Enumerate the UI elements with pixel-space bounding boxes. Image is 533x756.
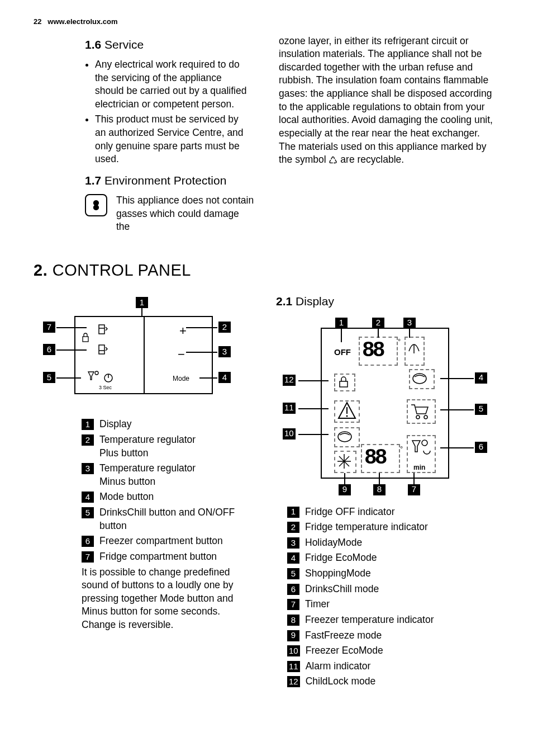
panel-leg-1: Display: [99, 418, 251, 431]
fridge-temp-seg: 88: [362, 336, 383, 365]
d-callout-9: 9: [339, 484, 351, 495]
page-number: 22: [34, 17, 41, 26]
secnum-2: 2.: [34, 261, 47, 279]
svg-point-20: [422, 440, 427, 446]
panel-legend-row: 7Fridge compartment button: [82, 550, 251, 564]
plus-symbol: +: [179, 323, 187, 339]
heading-1-7: 1.7 Environment Protection: [85, 173, 254, 188]
d-callout-10: 10: [283, 428, 296, 440]
callout-7: 7: [43, 322, 55, 333]
svg-point-14: [424, 415, 427, 419]
page-header: 22 www.electrolux.com: [34, 17, 499, 27]
header-url: www.electrolux.com: [47, 17, 117, 26]
panel-legend-row: 6Freezer compartment button: [82, 535, 251, 548]
display-legend: 1Fridge OFF indicator 2Fridge temperatur…: [287, 505, 499, 689]
d-callout-4: 4: [475, 372, 487, 384]
d-callout-2: 2: [372, 318, 384, 329]
fridge-icon: [96, 324, 108, 339]
svg-point-13: [416, 415, 420, 419]
panel-legend-row: 3Temperature regulator Minus button: [82, 462, 251, 488]
min-label: min: [413, 463, 425, 472]
display-legend-row: 11Alarm indicator: [287, 660, 499, 673]
drinkschill-icon: [87, 370, 101, 385]
display-legend-row: 12ChildLock mode: [287, 675, 499, 688]
d-callout-3: 3: [403, 318, 416, 329]
d-callout-1: 1: [335, 318, 348, 329]
panel-leg-7: Fridge compartment button: [99, 550, 251, 564]
env-text-right: ozone layer, in either its refrigerant c…: [279, 35, 499, 168]
d-callout-8: 8: [373, 484, 386, 495]
childlock-icon: [336, 375, 351, 393]
d-callout-6: 6: [475, 442, 487, 453]
env-text-right-pre: ozone layer, in either its refrigerant c…: [279, 35, 493, 166]
d-leg-9: FastFreeze mode: [305, 629, 499, 642]
sectitle-2-1: Display: [296, 295, 334, 308]
callout-2: 2: [218, 322, 231, 333]
display-legend-row: 7Timer: [287, 598, 499, 611]
d-leg-7: Timer: [305, 598, 499, 611]
lower-columns: 1 3 Sec: [34, 294, 499, 691]
display-legend-row: 3HolidayMode: [287, 536, 499, 550]
secnum-1-6: 1.6: [85, 38, 101, 51]
heading-2-1: 2.1 Display: [276, 294, 499, 309]
alarm-icon: [336, 400, 358, 424]
panel-divider: [144, 317, 145, 393]
panel-diagram: 1 3 Sec: [36, 297, 249, 409]
fastfreeze-icon: [335, 453, 353, 474]
d-callout-12: 12: [283, 375, 296, 386]
degree-icon2: °: [400, 444, 403, 454]
heading-2: 2. CONTROL PANEL: [34, 259, 499, 281]
d-leg-2: Fridge temperature indicator: [305, 521, 499, 534]
env-row: This appliance does not contain gasses w…: [85, 194, 254, 234]
panel-legend-row: 4Mode button: [82, 490, 251, 504]
d-leg-6: DrinksChill mode: [305, 583, 499, 596]
d-leg-12: ChildLock mode: [306, 675, 499, 688]
off-label: OFF: [334, 347, 351, 358]
sectitle-1-7: Environment Protection: [104, 174, 226, 187]
svg-point-5: [95, 371, 98, 375]
d-leg-1: Fridge OFF indicator: [305, 505, 499, 519]
callout-4: 4: [218, 372, 231, 383]
freezer-temp-seg: 88: [364, 443, 386, 472]
svg-point-12: [346, 415, 348, 417]
display-box: OFF 88 °: [321, 328, 449, 479]
mode-label: Mode: [173, 374, 189, 383]
lower-col-left: 1 3 Sec: [34, 294, 251, 691]
display-legend-row: 9FastFreeze mode: [287, 629, 499, 642]
sectitle-1-6: Service: [104, 38, 144, 51]
env-text-left: This appliance does not contain gasses w…: [116, 194, 254, 234]
panel-legend: 1Display 2Temperature regulator Plus but…: [82, 418, 251, 563]
display-legend-row: 5ShoppingMode: [287, 567, 499, 580]
upper-col-left: 1.6 Service Any electrical work required…: [34, 35, 254, 234]
display-diagram: OFF 88 °: [276, 318, 499, 497]
shopping-icon: [409, 401, 431, 424]
panel-leg-6: Freezer compartment button: [99, 535, 251, 548]
display-legend-row: 8Freezer temperature indicator: [287, 613, 499, 627]
d-callout-5: 5: [475, 404, 487, 415]
sectitle-2: CONTROL PANEL: [53, 261, 191, 279]
heading-1-6: 1.6 Service: [85, 37, 254, 53]
d-leg-3: HolidayMode: [305, 536, 499, 550]
panel-legend-row: 5DrinksChill button and ON/OFF button: [82, 506, 251, 532]
svg-rect-2: [83, 337, 88, 342]
service-bullets: Any electrical work required to do the s…: [34, 58, 254, 166]
service-bullet-2: This product must be serviced by an auth…: [95, 113, 254, 166]
lock-icon-small: [81, 332, 90, 346]
panel-leg-5: DrinksChill button and ON/OFF button: [99, 506, 251, 532]
panel-note: It is possible to change predefined soun…: [82, 566, 251, 632]
holiday-icon: [407, 341, 421, 360]
environment-icon: [85, 194, 107, 216]
panel-leg-4: Mode button: [99, 490, 251, 504]
d-leg-11: Alarm indicator: [306, 660, 499, 673]
secnum-1-7: 1.7: [85, 174, 101, 187]
recycle-icon: ♺: [329, 154, 337, 167]
minus-symbol: −: [178, 346, 185, 363]
display-legend-row: 1Fridge OFF indicator: [287, 505, 499, 519]
service-bullet-1: Any electrical work required to do the s…: [95, 58, 254, 111]
panel-leg-3: Temperature regulator Minus button: [99, 462, 251, 488]
d-callout-11: 11: [283, 403, 296, 414]
secnum-2-1: 2.1: [276, 295, 292, 308]
svg-rect-9: [340, 381, 348, 387]
callout-5: 5: [43, 372, 55, 383]
degree-icon: °: [398, 337, 401, 347]
